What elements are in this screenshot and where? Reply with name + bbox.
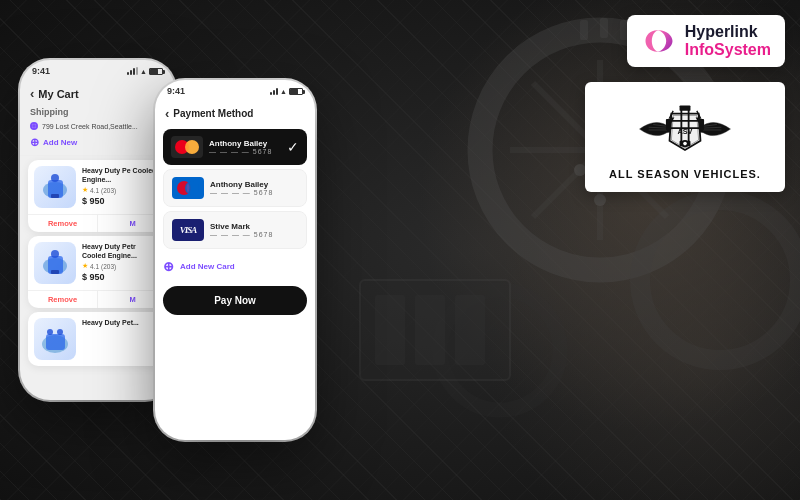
add-new-card[interactable]: ⊕ Add New Card [155,253,315,280]
product-image-2 [34,242,76,284]
payment-phone: 9:41 ▲ ‹ Payment Method [155,80,315,440]
svg-rect-28 [51,270,59,274]
remove-button-2[interactable]: Remove [28,291,97,308]
svg-point-49 [683,141,687,145]
visa-logo: VISA [172,219,204,241]
signal-icon [127,67,138,75]
payment-card-maestro[interactable]: Anthony Bailey — — — — 5678 [163,169,307,207]
product-image-1 [34,166,76,208]
svg-rect-20 [455,295,485,365]
svg-rect-19 [415,295,445,365]
payment-title: Payment Method [173,108,253,119]
payment-phone-status-bar: 9:41 ▲ [155,80,315,100]
product-card-2: Heavy Duty Petr Cooled Engine... ★ 4.1 (… [28,236,167,308]
card-name-2: Anthony Bailey [210,180,298,189]
rating-1: ★ 4.1 (203) [82,186,161,194]
product-actions-1: Remove M [28,214,167,232]
cart-title: My Cart [38,88,78,100]
mastercard-logo [171,136,203,158]
signal-icon-2 [270,87,278,95]
back-arrow-icon[interactable]: ‹ [30,86,34,101]
product-name-2: Heavy Duty Petr Cooled Engine... [82,242,161,260]
payment-card-visa[interactable]: VISA Stive Mark — — — — 5678 [163,211,307,249]
battery-icon-2 [289,88,303,95]
product-card-3: Heavy Duty Pet... [28,312,167,366]
asv-logo: ASV ALL SEASON VEHICLES. [585,82,785,192]
check-icon: ✓ [287,139,299,155]
card-number-1: — — — — 5678 [209,148,281,155]
svg-rect-43 [680,105,691,110]
plus-icon: ⊕ [30,136,39,149]
asv-tagline: ALL SEASON VEHICLES. [609,168,761,180]
cart-screen-header: ‹ My Cart [20,80,175,105]
payment-card-mastercard[interactable]: Anthony Bailey — — — — 5678 ✓ [163,129,307,165]
card-name-3: Stive Mark [210,222,298,231]
cart-phone: 9:41 ▲ ‹ My Cart Shipping [20,60,175,400]
product-name-1: Heavy Duty Pe Cooled Engine... [82,166,161,184]
card-number-3: — — — — 5678 [210,231,298,238]
cart-phone-time: 9:41 [32,66,50,76]
back-arrow-icon-2[interactable]: ‹ [165,106,169,121]
svg-text:ASV: ASV [678,127,693,136]
svg-rect-24 [51,194,59,198]
add-new-address[interactable]: ⊕ Add New [20,133,175,152]
rating-2: ★ 4.1 (203) [82,262,161,270]
maestro-logo [172,177,204,199]
hyperlink-infosystem-logo: Hyperlink InfoSystem [627,15,785,67]
svg-rect-18 [375,295,405,365]
product-actions-2: Remove M [28,290,167,308]
cart-phone-icons: ▲ [127,67,163,75]
price-1: $ 950 [82,196,161,206]
product-name-3: Heavy Duty Pet... [82,318,161,327]
hyperlink-title: Hyperlink [685,23,771,41]
top-right-logos: Hyperlink InfoSystem [585,15,785,192]
remove-button-1[interactable]: Remove [28,215,97,232]
svg-rect-30 [46,334,65,350]
divider [20,155,175,156]
payment-phone-icons: ▲ [270,87,303,95]
svg-point-31 [47,329,53,335]
card-number-2: — — — — 5678 [210,189,298,196]
wifi-icon-2: ▲ [280,88,287,95]
payment-phone-time: 9:41 [167,86,185,96]
hyperlink-icon [641,23,677,59]
radio-dot [30,122,38,130]
battery-icon [149,68,163,75]
wifi-icon: ▲ [140,68,147,75]
cart-phone-status-bar: 9:41 ▲ [20,60,175,80]
address-text: 799 Lost Creek Road,Seattle... [42,123,138,130]
svg-point-32 [57,329,63,335]
svg-point-1 [640,200,800,360]
address-row: 799 Lost Creek Road,Seattle... [20,119,175,133]
phones-container: 9:41 ▲ ‹ My Cart Shipping [10,20,360,490]
svg-point-23 [51,174,59,182]
asv-emblem: ASV [635,94,735,164]
product-card-1: Heavy Duty Pe Cooled Engine... ★ 4.1 (20… [28,160,167,232]
payment-screen-header: ‹ Payment Method [155,100,315,125]
plus-circle-icon: ⊕ [163,259,174,274]
card-name-1: Anthony Bailey [209,139,281,148]
shipping-label: Shipping [20,105,175,119]
svg-point-27 [51,250,59,258]
price-2: $ 950 [82,272,161,282]
pay-now-button[interactable]: Pay Now [163,286,307,315]
hyperlink-subtitle: InfoSystem [685,41,771,59]
product-image-3 [34,318,76,360]
